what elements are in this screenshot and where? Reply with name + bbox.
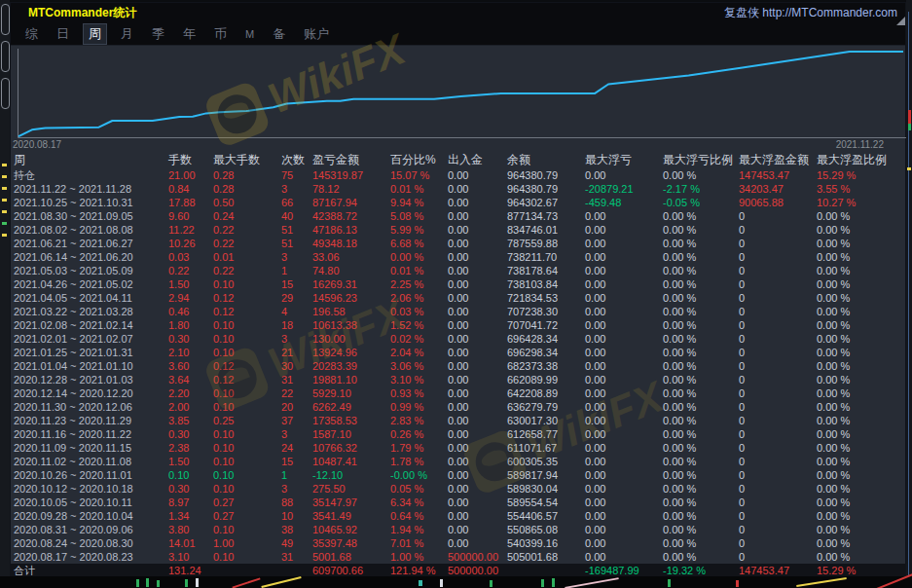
cell: 2020.11.23 ~ 2020.11.29: [11, 414, 168, 427]
cell: 3: [281, 182, 312, 196]
table-row[interactable]: 2021.02.08 ~ 2021.02.141.800.101810613.3…: [11, 318, 905, 332]
table-row[interactable]: 2021.08.30 ~ 2021.09.059.600.244042388.7…: [11, 209, 905, 223]
cell: 2021.02.01 ~ 2021.02.07: [11, 332, 168, 346]
table-row[interactable]: 2020.10.05 ~ 2020.10.118.970.278835147.9…: [11, 496, 905, 509]
equity-chart-panel[interactable]: 2020.08.17 2021.11.22: [11, 46, 905, 151]
table-row[interactable]: 2020.08.17 ~ 2020.08.233.100.10315001.68…: [11, 550, 905, 564]
resize-grip[interactable]: [896, 17, 905, 25]
cell: 0: [739, 305, 817, 318]
cell: 0.00: [585, 536, 663, 550]
menu-item-账户[interactable]: 账户: [299, 24, 334, 44]
cell: 0.00 %: [817, 305, 905, 318]
table-row[interactable]: 2021.06.14 ~ 2021.06.200.030.01333.060.0…: [11, 250, 905, 264]
cell: 5929.10: [312, 386, 390, 400]
cell: 10613.38: [312, 318, 390, 332]
menu-item-币[interactable]: 币: [209, 24, 232, 44]
table-row[interactable]: 2021.02.01 ~ 2021.02.070.300.103130.000.…: [11, 332, 905, 346]
cell: 3.10: [168, 550, 213, 564]
cell: 0.00 %: [817, 468, 905, 482]
decor-mark: [736, 580, 739, 587]
table-row[interactable]: 2021.04.26 ~ 2021.05.021.500.101516269.3…: [11, 277, 905, 291]
cell: 0.00 %: [817, 237, 905, 250]
cell: 0.27: [213, 496, 281, 509]
cell: 0.10: [213, 441, 281, 455]
cell: 275.50: [312, 482, 390, 496]
menu-item-M[interactable]: M: [240, 27, 259, 41]
menu-item-月[interactable]: 月: [116, 24, 138, 44]
cell: 2021.03.22 ~ 2021.03.28: [11, 305, 168, 318]
cell: 0.00 %: [817, 359, 905, 373]
cell: 合计: [11, 564, 168, 577]
cell: 20283.39: [312, 359, 390, 373]
cell: 34203.47: [739, 182, 817, 196]
table-row[interactable]: 2020.11.02 ~ 2020.11.081.500.101510487.4…: [11, 455, 905, 468]
table-row[interactable]: 2020.11.23 ~ 2020.11.293.850.253717358.5…: [11, 414, 905, 427]
cell: 0.00: [448, 332, 507, 346]
cell: 0.00: [448, 305, 507, 318]
cell: 1.34: [168, 509, 213, 523]
table-row[interactable]: 2020.11.09 ~ 2020.11.152.380.102410766.3…: [11, 441, 905, 455]
menu-item-备[interactable]: 备: [268, 24, 290, 44]
cell: 600305.35: [507, 455, 585, 468]
decor-mark: [2, 199, 7, 202]
table-total-row[interactable]: 合计131.24609700.66121.94 %500000.00-16948…: [11, 564, 905, 577]
table-row[interactable]: 2021.06.21 ~ 2021.06.2710.260.225149348.…: [11, 237, 905, 250]
cell: 0: [739, 414, 817, 427]
cell: 0.00 %: [663, 496, 739, 509]
cell: 130.00: [312, 332, 390, 346]
cell: 0.12: [213, 359, 281, 373]
cell: 0.00 %: [663, 264, 739, 277]
menu-item-周[interactable]: 周: [83, 23, 107, 45]
cell: 0.00 %: [663, 277, 739, 291]
cell: 10766.32: [312, 441, 390, 455]
cell: -459.48: [585, 196, 663, 209]
cell: 3: [281, 482, 312, 496]
cell: 0.00: [448, 468, 507, 482]
cell: 147453.47: [739, 564, 817, 577]
table-row[interactable]: 2021.04.05 ~ 2021.04.112.940.122914596.2…: [11, 291, 905, 305]
table-row[interactable]: 2020.08.24 ~ 2020.08.3014.011.004935397.…: [11, 536, 905, 550]
cell: 51: [281, 237, 312, 250]
cell: 31: [281, 373, 312, 386]
table-row[interactable]: 2020.12.14 ~ 2020.12.202.200.10225929.10…: [11, 386, 905, 400]
menu-item-季[interactable]: 季: [147, 24, 169, 44]
brand-link[interactable]: 复盘侠 http://MTCommander.com: [724, 5, 897, 21]
table-row[interactable]: 2021.08.02 ~ 2021.08.0811.220.225147186.…: [11, 223, 905, 237]
cell: 14.01: [168, 536, 213, 550]
cell: 22: [281, 386, 312, 400]
menu-item-年[interactable]: 年: [178, 24, 201, 44]
menu-item-日[interactable]: 日: [52, 24, 74, 44]
cell: 0.10: [213, 550, 281, 564]
menu-item-综[interactable]: 综: [20, 24, 43, 44]
cell: 2021.06.21 ~ 2021.06.27: [11, 237, 168, 250]
cell: 0: [739, 441, 817, 455]
window-title: MTCommander统计: [28, 5, 136, 21]
cell: 2.94: [168, 291, 213, 305]
table-row[interactable]: 2020.11.16 ~ 2020.11.220.300.1031587.100…: [11, 427, 905, 441]
cell: 0: [739, 277, 817, 291]
cell: 47186.13: [312, 223, 390, 237]
cell: 0.00 %: [817, 427, 905, 441]
table-row[interactable]: 2021.01.04 ~ 2021.01.103.600.123020283.3…: [11, 359, 905, 373]
table-row[interactable]: 持仓21.000.2875145319.8715.07 %0.00964380.…: [11, 168, 905, 182]
cell: 0: [739, 482, 817, 496]
cell: 0.05 %: [390, 482, 448, 496]
cell: 0.01 %: [390, 264, 448, 277]
cell: 0.84: [168, 182, 213, 196]
table-row[interactable]: 2020.08.31 ~ 2020.09.063.800.103810465.9…: [11, 523, 905, 536]
cell: 0.00 %: [817, 414, 905, 427]
table-row[interactable]: 2021.03.22 ~ 2021.03.280.460.124196.580.…: [11, 305, 905, 318]
table-row[interactable]: 2020.11.30 ~ 2020.12.062.000.10206262.49…: [11, 400, 905, 414]
table-row[interactable]: 2020.12.28 ~ 2021.01.033.640.123119881.1…: [11, 373, 905, 386]
cell: 6.34 %: [390, 496, 448, 509]
cell: 3: [281, 250, 312, 264]
table-row[interactable]: 2021.10.25 ~ 2021.10.3117.880.506687167.…: [11, 196, 905, 209]
table-row[interactable]: 2020.10.26 ~ 2020.11.010.100.101-12.10-0…: [11, 468, 905, 482]
table-row[interactable]: 2021.01.25 ~ 2021.01.312.100.102113924.9…: [11, 346, 905, 359]
table-row[interactable]: 2020.09.28 ~ 2020.10.041.340.27103541.49…: [11, 509, 905, 523]
cell: 0: [739, 400, 817, 414]
table-row[interactable]: 2020.10.12 ~ 2020.10.180.300.103275.500.…: [11, 482, 905, 496]
cell: 0.22: [213, 237, 281, 250]
table-row[interactable]: 2021.05.03 ~ 2021.05.090.220.22174.800.0…: [11, 264, 905, 277]
table-row[interactable]: 2021.11.22 ~ 2021.11.280.840.28378.120.0…: [11, 182, 905, 196]
